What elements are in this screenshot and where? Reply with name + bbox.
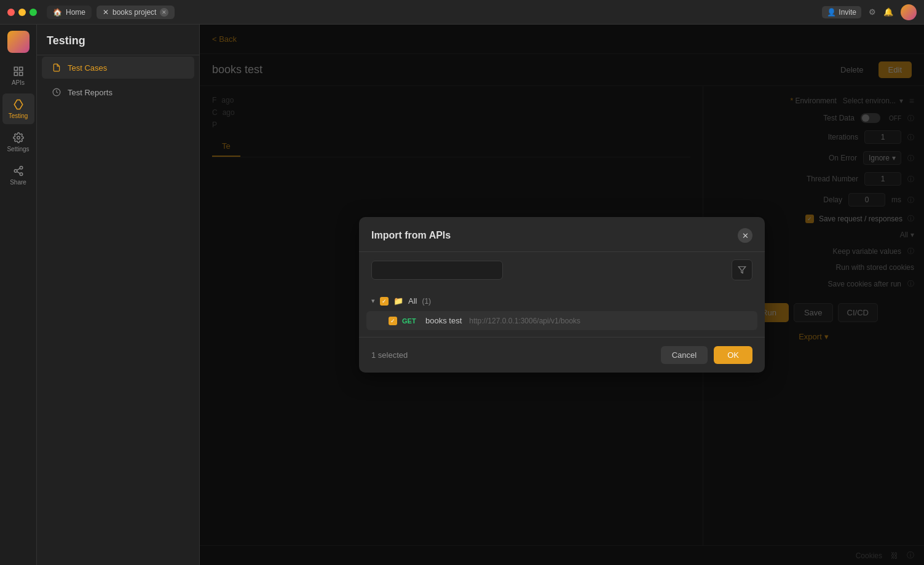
svg-point-4 [17,136,20,140]
sidebar-item-share[interactable]: Share [2,160,34,191]
group-count: (1) [422,297,431,306]
invite-button[interactable]: 👤 Invite [822,6,861,18]
modal-footer: 1 selected Cancel OK [359,337,765,373]
item-url: http://127.0.0.1:3006/api/v1/books [469,317,580,325]
import-apis-modal: Import from APIs ✕ 🔍 [359,217,765,373]
filter-button[interactable] [732,259,752,280]
modal-list: ▾ ✓ 📁 All (1) ✓ GET books test http://12… [359,288,765,337]
test-reports-icon [52,87,61,97]
svg-rect-0 [14,67,17,70]
tab-close-button[interactable]: ✕ [160,8,168,17]
selected-count: 1 selected [371,350,408,360]
modal-overlay: Import from APIs ✕ 🔍 [200,25,924,565]
main-layout: APIs Testing Settings [0,25,924,565]
settings-label: Settings [7,146,29,152]
tab-books-project[interactable]: ✕ books project ✕ [97,6,175,19]
app-logo [7,31,30,53]
sidebar-item-settings[interactable]: Settings [2,127,34,157]
apis-label: APIs [12,79,25,86]
nav-title: Testing [37,25,199,55]
api-icon [12,65,25,77]
nav-item-test-reports[interactable]: Test Reports [42,81,194,103]
svg-point-7 [20,173,23,176]
modal-group: ▾ ✓ 📁 All (1) ✓ GET books test http://12… [366,288,757,337]
titlebar-right: 👤 Invite ⚙ 🔔 [822,4,917,20]
group-label: All [408,296,417,306]
svg-marker-11 [738,267,746,274]
modal-item-books-test[interactable]: ✓ GET books test http://127.0.0.1:3006/a… [366,311,757,330]
avatar [901,4,917,20]
method-badge: GET [402,317,421,325]
svg-rect-2 [14,73,17,76]
footer-actions: Cancel OK [661,346,752,364]
gear-icon[interactable]: ⚙ [869,7,876,17]
icon-sidebar: APIs Testing Settings [0,25,37,565]
content-area: < Back books test Delete Edit F ago C ag… [200,25,924,565]
modal-title: Import from APIs [371,230,451,241]
close-button[interactable] [7,9,15,16]
group-checkbox[interactable]: ✓ [380,297,389,306]
share-label: Share [10,179,26,186]
ok-button[interactable]: OK [714,346,752,364]
group-chevron-icon: ▾ [371,297,375,305]
tab-home[interactable]: 🏠 Home [47,6,92,19]
svg-line-8 [17,172,20,173]
search-wrapper: 🔍 [371,261,727,280]
item-name: books test [425,316,462,325]
svg-rect-1 [19,67,22,70]
tab-books-label: books project [113,8,156,17]
tab-books-icon: ✕ [103,8,109,17]
share-icon [12,165,25,177]
minimize-button[interactable] [18,9,26,16]
home-icon: 🏠 [53,8,62,17]
testing-label: Testing [9,113,28,119]
nav-item-test-cases[interactable]: Test Cases [42,57,194,79]
sidebar-item-testing[interactable]: Testing [2,93,34,124]
invite-icon: 👤 [827,8,836,17]
titlebar: 🏠 Home ✕ books project ✕ 👤 Invite ⚙ 🔔 [0,0,924,25]
svg-point-5 [20,167,23,170]
maximize-button[interactable] [30,9,37,16]
tab-home-label: Home [66,8,85,17]
svg-line-9 [17,168,20,170]
settings-icon [12,132,25,144]
nav-sidebar: Testing Test Cases Test Reports [37,25,200,565]
invite-label: Invite [839,8,856,17]
modal-group-header[interactable]: ▾ ✓ 📁 All (1) [366,293,757,309]
svg-rect-3 [19,73,22,76]
traffic-lights [7,9,37,16]
modal-search-row: 🔍 [359,252,765,288]
sidebar-item-apis[interactable]: APIs [2,60,34,91]
testing-icon [12,98,25,111]
item-checkbox[interactable]: ✓ [389,317,397,325]
modal-search-input[interactable] [371,261,503,280]
test-cases-label: Test Cases [68,63,107,73]
cancel-button[interactable]: Cancel [661,346,708,364]
filter-icon [738,266,746,274]
modal-header: Import from APIs ✕ [359,217,765,252]
svg-point-6 [14,170,17,173]
test-reports-label: Test Reports [68,88,113,97]
bell-icon[interactable]: 🔔 [883,7,893,17]
test-cases-icon [52,63,61,73]
folder-icon: 📁 [393,296,403,306]
modal-close-button[interactable]: ✕ [738,228,752,243]
